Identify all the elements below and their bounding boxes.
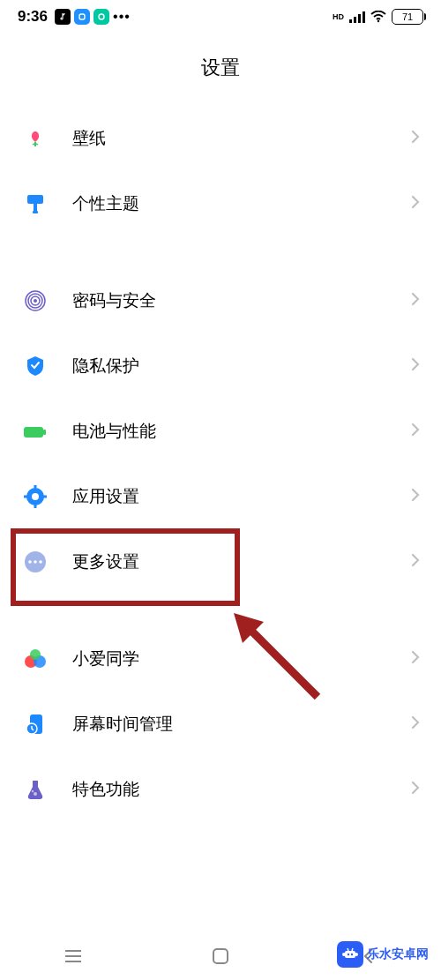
battery-indicator: 71	[392, 9, 423, 25]
item-label: 屏幕时间管理	[72, 713, 411, 736]
settings-group-system: 密码与安全 隐私保护 电池与性能 应用设置	[0, 268, 441, 595]
svg-rect-3	[354, 17, 356, 23]
settings-item-more[interactable]: 更多设置	[0, 529, 441, 595]
item-label: 小爱同学	[72, 647, 411, 670]
svg-point-32	[32, 790, 34, 792]
svg-rect-4	[358, 14, 361, 23]
status-left: 9:36 •••	[18, 8, 131, 26]
item-label: 电池与性能	[72, 420, 411, 443]
settings-item-security[interactable]: 密码与安全	[0, 268, 441, 333]
item-label: 密码与安全	[72, 289, 411, 312]
svg-point-24	[34, 560, 37, 564]
flask-icon	[21, 775, 49, 804]
svg-point-17	[32, 493, 39, 500]
svg-line-44	[348, 948, 348, 951]
svg-rect-2	[349, 19, 352, 23]
settings-list: 壁纸 个性主题 密码与安全 隐私保护	[0, 106, 441, 822]
chevron-right-icon	[411, 195, 420, 213]
wifi-icon	[370, 11, 386, 23]
settings-group-appearance: 壁纸 个性主题	[0, 106, 441, 236]
svg-point-13	[34, 299, 37, 303]
svg-rect-38	[213, 949, 228, 963]
svg-point-23	[28, 560, 32, 564]
settings-item-battery[interactable]: 电池与性能	[0, 399, 441, 464]
chevron-right-icon	[411, 650, 420, 668]
svg-point-6	[377, 20, 379, 22]
gear-icon	[21, 483, 49, 511]
fingerprint-icon	[21, 287, 49, 315]
battery-icon	[21, 417, 49, 445]
svg-point-42	[348, 954, 349, 955]
signal-icon	[349, 11, 365, 23]
svg-point-28	[30, 649, 41, 660]
svg-point-25	[39, 560, 42, 564]
chevron-right-icon	[411, 357, 420, 375]
chevron-right-icon	[411, 488, 420, 505]
svg-rect-7	[27, 195, 43, 204]
svg-point-40	[342, 953, 346, 956]
watermark-logo-icon	[337, 941, 363, 968]
svg-rect-20	[24, 496, 28, 498]
watermark: 乐水安卓网	[337, 941, 429, 968]
settings-item-wallpaper[interactable]: 壁纸	[0, 106, 441, 171]
svg-rect-39	[345, 951, 355, 958]
svg-rect-9	[33, 211, 38, 213]
chevron-right-icon	[411, 130, 420, 147]
page-title: 设置	[0, 34, 441, 106]
status-bar: 9:36 ••• HD 71	[0, 0, 441, 34]
themes-icon	[21, 190, 49, 218]
svg-rect-0	[79, 14, 85, 19]
tiktok-icon	[55, 9, 71, 25]
battery-level: 71	[402, 11, 413, 22]
svg-point-43	[351, 954, 353, 955]
svg-rect-19	[34, 504, 37, 508]
settings-item-privacy[interactable]: 隐私保护	[0, 333, 441, 399]
notification-icons: •••	[55, 9, 131, 25]
item-label: 个性主题	[72, 192, 411, 215]
settings-item-themes[interactable]: 个性主题	[0, 171, 441, 236]
chevron-right-icon	[411, 553, 420, 571]
watermark-text: 乐水安卓网	[367, 946, 429, 962]
settings-item-xiaoai[interactable]: 小爱同学	[0, 626, 441, 692]
item-label: 更多设置	[72, 550, 411, 573]
chevron-right-icon	[411, 423, 420, 440]
wallpaper-icon	[21, 124, 49, 153]
svg-point-31	[34, 792, 37, 796]
more-notifications-icon: •••	[113, 9, 131, 25]
app-notification-icon-2	[93, 9, 109, 25]
screentime-icon	[21, 710, 49, 738]
chevron-right-icon	[411, 292, 420, 310]
item-label: 壁纸	[72, 127, 411, 150]
xiaoai-icon	[21, 645, 49, 673]
svg-point-41	[355, 953, 358, 956]
svg-rect-18	[34, 485, 37, 490]
svg-rect-21	[42, 496, 47, 498]
shield-icon	[21, 352, 49, 380]
settings-item-screentime[interactable]: 屏幕时间管理	[0, 692, 441, 757]
item-label: 应用设置	[72, 485, 411, 508]
svg-point-1	[99, 14, 104, 19]
more-icon	[21, 548, 49, 576]
svg-rect-15	[43, 430, 46, 435]
hd-indicator: HD	[333, 12, 344, 21]
nav-home-button[interactable]	[185, 939, 256, 974]
chevron-right-icon	[411, 715, 420, 733]
settings-item-apps[interactable]: 应用设置	[0, 464, 441, 529]
settings-item-features[interactable]: 特色功能	[0, 757, 441, 822]
svg-line-45	[352, 948, 353, 951]
app-notification-icon	[74, 9, 90, 25]
item-label: 特色功能	[72, 778, 411, 801]
status-right: HD 71	[333, 9, 423, 25]
status-time: 9:36	[18, 8, 48, 26]
svg-rect-5	[363, 11, 365, 23]
svg-rect-8	[34, 204, 37, 211]
settings-group-extras: 小爱同学 屏幕时间管理 特色功能	[0, 626, 441, 822]
item-label: 隐私保护	[72, 355, 411, 378]
nav-recent-button[interactable]	[38, 939, 108, 974]
svg-rect-14	[24, 427, 43, 438]
chevron-right-icon	[411, 781, 420, 798]
